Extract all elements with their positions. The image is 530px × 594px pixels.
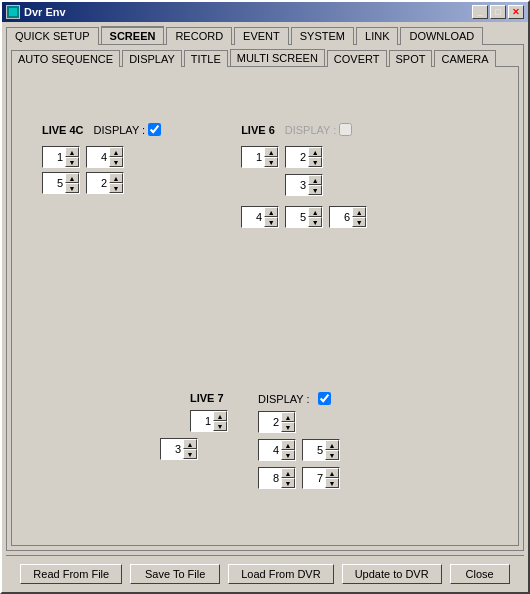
live6-input-4[interactable] xyxy=(242,211,264,223)
load-from-dvr-button[interactable]: Load From DVR xyxy=(228,564,333,584)
live7-spin-down-2[interactable]: ▼ xyxy=(281,422,295,432)
live7-spin-up-8[interactable]: ▲ xyxy=(281,468,295,478)
live6-spin-down-3[interactable]: ▼ xyxy=(308,185,322,195)
live6-input-6[interactable] xyxy=(330,211,352,223)
live6-spin-down-6[interactable]: ▼ xyxy=(352,217,366,227)
live4c-input-1[interactable] xyxy=(43,151,65,163)
live7-checkbox[interactable] xyxy=(318,392,331,405)
live7-display-label: DISPLAY : xyxy=(258,393,310,405)
live6-spin-down-2[interactable]: ▼ xyxy=(308,157,322,167)
tab-spot[interactable]: SPOT xyxy=(389,50,433,67)
live6-spin-up-4[interactable]: ▲ xyxy=(264,207,278,217)
live7-spin-up-7[interactable]: ▲ xyxy=(325,468,339,478)
live7-spin-down-7[interactable]: ▼ xyxy=(325,478,339,488)
live7-spin-btns-1: ▲ ▼ xyxy=(213,411,227,431)
tab-link[interactable]: LINK xyxy=(356,27,398,45)
maximize-button[interactable]: □ xyxy=(490,5,506,19)
live4c-spin-up-1[interactable]: ▲ xyxy=(65,147,79,157)
live7-spin-down-8[interactable]: ▼ xyxy=(281,478,295,488)
live7-spin-down-3[interactable]: ▼ xyxy=(183,449,197,459)
live6-input-3[interactable] xyxy=(286,179,308,191)
live7-spin-up-4[interactable]: ▲ xyxy=(281,440,295,450)
tab-screen[interactable]: SCREEN xyxy=(101,26,165,44)
live6-label: LIVE 6 xyxy=(241,124,275,136)
live4c-spin-down-4[interactable]: ▼ xyxy=(109,157,123,167)
tab-quick-setup[interactable]: QUICK SETUP xyxy=(6,27,99,45)
live4c-spinner-1: ▲ ▼ xyxy=(42,146,80,168)
tab-covert[interactable]: COVERT xyxy=(327,50,387,67)
read-from-file-button[interactable]: Read From File xyxy=(20,564,122,584)
live6-header: LIVE 6 DISPLAY : xyxy=(241,123,367,136)
live7-spin-up-2[interactable]: ▲ xyxy=(281,412,295,422)
live6-spin-up-1[interactable]: ▲ xyxy=(264,147,278,157)
live6-spin-up-5[interactable]: ▲ xyxy=(308,207,322,217)
live7-input-1[interactable] xyxy=(191,415,213,427)
live6-input-5[interactable] xyxy=(286,211,308,223)
minimize-button[interactable]: _ xyxy=(472,5,488,19)
live4c-spin-btns-5: ▲ ▼ xyxy=(65,173,79,193)
live4c-spin-down-1[interactable]: ▼ xyxy=(65,157,79,167)
live6-input-2[interactable] xyxy=(286,151,308,163)
live4c-spin-down-5[interactable]: ▼ xyxy=(65,183,79,193)
live7-area: LIVE 7 ▲ ▼ xyxy=(190,392,340,489)
section-divider xyxy=(42,300,488,320)
title-bar: Dvr Env _ □ ✕ xyxy=(2,2,528,22)
live6-display: DISPLAY : xyxy=(285,123,353,136)
live4c-checkbox[interactable] xyxy=(148,123,161,136)
live4c-block: LIVE 4C DISPLAY : ▲ xyxy=(42,123,161,194)
live7-input-3[interactable] xyxy=(161,443,183,455)
live4c-input-4[interactable] xyxy=(87,151,109,163)
live6-spin-btns-4: ▲ ▼ xyxy=(264,207,278,227)
footer: Read From File Save To File Load From DV… xyxy=(6,555,524,588)
live7-spin-up-3[interactable]: ▲ xyxy=(183,439,197,449)
tab-display[interactable]: DISPLAY xyxy=(122,50,182,67)
live7-input-7[interactable] xyxy=(303,472,325,484)
update-to-dvr-button[interactable]: Update to DVR xyxy=(342,564,442,584)
save-to-file-button[interactable]: Save To File xyxy=(130,564,220,584)
live6-spin-up-3[interactable]: ▲ xyxy=(308,175,322,185)
live6-spinner-4: ▲ ▼ xyxy=(241,206,279,228)
live4c-spinner-4: ▲ ▼ xyxy=(86,146,124,168)
live7-spin-up-1[interactable]: ▲ xyxy=(213,411,227,421)
live6-checkbox[interactable] xyxy=(339,123,352,136)
live4c-spin-up-2[interactable]: ▲ xyxy=(109,173,123,183)
live4c-spin-up-5[interactable]: ▲ xyxy=(65,173,79,183)
live6-input-1[interactable] xyxy=(242,151,264,163)
live6-spin-down-4[interactable]: ▼ xyxy=(264,217,278,227)
title-buttons: _ □ ✕ xyxy=(472,5,524,19)
close-button[interactable]: Close xyxy=(450,564,510,584)
live6-spin-btns-2: ▲ ▼ xyxy=(308,147,322,167)
live4c-spin-up-4[interactable]: ▲ xyxy=(109,147,123,157)
tab-camera[interactable]: CAMERA xyxy=(434,50,495,67)
live7-spinner-2: ▲ ▼ xyxy=(258,411,296,433)
live6-block: LIVE 6 DISPLAY : xyxy=(241,123,367,228)
main-tab-panel: AUTO SEQUENCE DISPLAY TITLE MULTI SCREEN… xyxy=(6,44,524,551)
live7-spin-down-1[interactable]: ▼ xyxy=(213,421,227,431)
live7-input-4[interactable] xyxy=(259,444,281,456)
live7-input-5[interactable] xyxy=(303,444,325,456)
live4c-input-2[interactable] xyxy=(87,177,109,189)
live7-spin-down-5[interactable]: ▼ xyxy=(325,450,339,460)
live6-right-col: ▲ ▼ ▲ ▼ xyxy=(285,146,323,196)
tab-download[interactable]: DOWNLOAD xyxy=(400,27,483,45)
close-title-button[interactable]: ✕ xyxy=(508,5,524,19)
live6-spin-up-6[interactable]: ▲ xyxy=(352,207,366,217)
live7-spin-up-5[interactable]: ▲ xyxy=(325,440,339,450)
tab-system[interactable]: SYSTEM xyxy=(291,27,354,45)
live6-spin-down-5[interactable]: ▼ xyxy=(308,217,322,227)
live7-spin-down-4[interactable]: ▼ xyxy=(281,450,295,460)
live4c-display-label: DISPLAY : xyxy=(94,124,146,136)
live6-spin-up-2[interactable]: ▲ xyxy=(308,147,322,157)
live6-spin-down-1[interactable]: ▼ xyxy=(264,157,278,167)
tab-record[interactable]: RECORD xyxy=(166,27,232,45)
live4c-spin-down-2[interactable]: ▼ xyxy=(109,183,123,193)
tab-event[interactable]: EVENT xyxy=(234,27,289,45)
window-title: Dvr Env xyxy=(24,6,66,18)
tab-multi-screen[interactable]: MULTI SCREEN xyxy=(230,49,325,66)
live4c-row2: ▲ ▼ ▲ ▼ xyxy=(42,172,161,194)
live4c-input-5[interactable] xyxy=(43,177,65,189)
tab-auto-sequence[interactable]: AUTO SEQUENCE xyxy=(11,50,120,67)
tab-title[interactable]: TITLE xyxy=(184,50,228,67)
live7-input-8[interactable] xyxy=(259,472,281,484)
live7-input-2[interactable] xyxy=(259,416,281,428)
